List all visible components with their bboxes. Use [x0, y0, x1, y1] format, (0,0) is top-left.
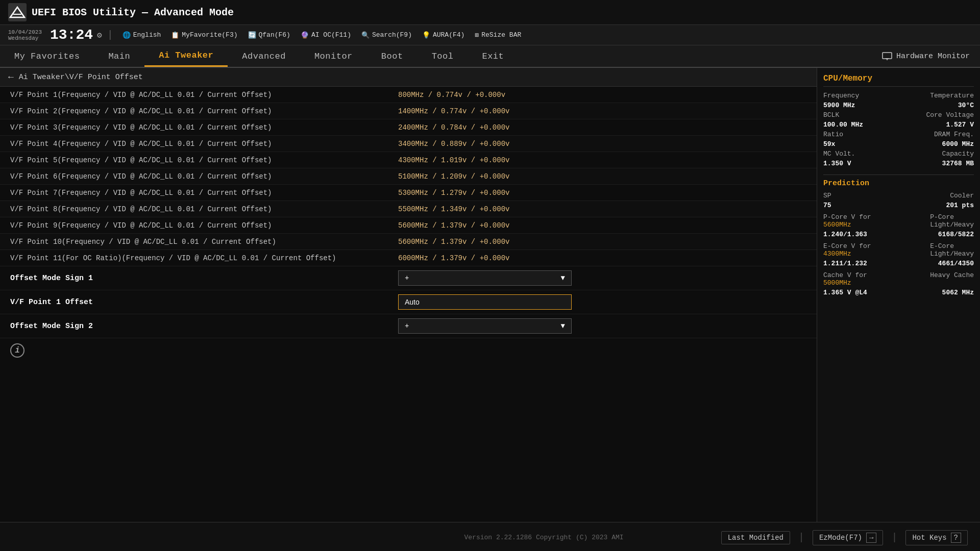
capacity-value: 32768 MB: [942, 160, 974, 167]
nav-item-tool[interactable]: Tool: [418, 46, 468, 66]
hotkeys-label: Hot Keys: [912, 534, 946, 542]
table-row[interactable]: V/F Point 4(Frequency / VID @ AC/DC_LL 0…: [0, 136, 817, 152]
offset-mode-sign2-label: Offset Mode Sign 2: [10, 322, 398, 331]
qfan-btn[interactable]: 🔄 Qfan(F6): [244, 30, 295, 41]
nav-item-aitweaker[interactable]: Ai Tweaker: [144, 45, 228, 67]
vf-point-8-label: V/F Point 8(Frequency / VID @ AC/DC_LL 0…: [10, 205, 398, 213]
offset-mode-sign2-val: +: [405, 322, 409, 330]
pcore-lh-value: 6168/5822: [938, 231, 974, 238]
last-modified-btn[interactable]: Last Modified: [721, 531, 790, 544]
frequency-label: Frequency: [823, 92, 859, 99]
aura-btn[interactable]: 💡 AURA(F4): [418, 30, 469, 41]
cache-v-freq: 5000MHz: [823, 279, 851, 287]
table-row[interactable]: V/F Point 11(For OC Ratio)(Frequency / V…: [0, 250, 817, 266]
footer: Version 2.22.1286 Copyright (C) 2023 AMI…: [0, 522, 980, 551]
cache-v-label: Cache V for 5000MHz: [823, 271, 867, 287]
cooler-label: Cooler: [950, 192, 974, 199]
table-row[interactable]: V/F Point 1(Frequency / VID @ AC/DC_LL 0…: [0, 87, 817, 103]
globe-icon: 🌐: [122, 31, 131, 39]
table-row[interactable]: V/F Point 2(Frequency / VID @ AC/DC_LL 0…: [0, 103, 817, 119]
nav-item-exit[interactable]: Exit: [468, 46, 518, 66]
nav-bar: My Favorites Main Ai Tweaker Advanced Mo…: [0, 45, 980, 68]
bclk-row: BCLK Core Voltage: [823, 111, 974, 119]
vf-point-11-label: V/F Point 11(For OC Ratio)(Frequency / V…: [10, 254, 398, 262]
cache-row: Cache V for 5000MHz Heavy Cache: [823, 271, 974, 287]
pcore-v-freq: 5600MHz: [823, 221, 851, 229]
capacity-label: Capacity: [942, 150, 974, 158]
vf-point-6-label: V/F Point 6(Frequency / VID @ AC/DC_LL 0…: [10, 172, 398, 181]
pcore-v-value: 1.240/1.363: [823, 231, 867, 238]
logo-area: UEFI BIOS Utility — Advanced Mode: [8, 3, 234, 21]
chevron-down-icon: ▼: [561, 274, 565, 282]
resizebar-btn[interactable]: ⊞ ReSize BAR: [471, 30, 525, 41]
ezmode-btn[interactable]: EzMode(F7) →: [813, 530, 883, 545]
footer-right: Last Modified | EzMode(F7) → | Hot Keys …: [721, 530, 968, 545]
table-row[interactable]: V/F Point 9(Frequency / VID @ AC/DC_LL 0…: [0, 217, 817, 234]
pcore-v-label: P-Core V for 5600MHz: [823, 213, 871, 229]
nav-item-boot[interactable]: Boot: [367, 46, 418, 66]
vf-point-5-value: 4300MHz / 1.019v / +0.000v: [398, 156, 806, 164]
sp-label: SP: [823, 192, 831, 199]
offset-mode-sign2-dropdown[interactable]: + ▼: [398, 318, 572, 334]
vf-point-2-label: V/F Point 2(Frequency / VID @ AC/DC_LL 0…: [10, 107, 398, 115]
ezmode-label: EzMode(F7): [819, 534, 862, 542]
table-row[interactable]: V/F Point 10(Frequency / VID @ AC/DC_LL …: [0, 234, 817, 250]
svg-rect-3: [883, 53, 892, 59]
nav-item-monitor[interactable]: Monitor: [300, 46, 367, 66]
ecore-v-freq: 4300MHz: [823, 250, 851, 258]
vf-point-3-value: 2400MHz / 0.784v / +0.000v: [398, 123, 806, 132]
mc-volt-value: 1.350 V: [823, 160, 851, 167]
bclk-label: BCLK: [823, 111, 839, 119]
table-row[interactable]: V/F Point 3(Frequency / VID @ AC/DC_LL 0…: [0, 119, 817, 136]
myfavorite-btn[interactable]: 📋 MyFavorite(F3): [167, 30, 241, 41]
vf-point-8-value: 5500MHz / 1.349v / +0.000v: [398, 205, 806, 213]
heavy-cache-label: Heavy Cache: [930, 271, 974, 287]
vf-point1-offset-control: [398, 294, 806, 310]
vf-point-4-label: V/F Point 4(Frequency / VID @ AC/DC_LL 0…: [10, 140, 398, 148]
hotkeys-question-icon: ?: [951, 533, 961, 543]
mcvolt-val-row: 1.350 V 32768 MB: [823, 160, 974, 167]
clock-display: 13:24: [50, 27, 93, 43]
cache-val-row: 1.365 V @L4 5062 MHz: [823, 289, 974, 296]
settings-icon[interactable]: ⚙: [97, 30, 102, 40]
offset-mode-sign2-row: Offset Mode Sign 2 + ▼: [0, 314, 817, 338]
vf-point-5-label: V/F Point 5(Frequency / VID @ AC/DC_LL 0…: [10, 156, 398, 164]
ecore-v-value: 1.211/1.232: [823, 260, 867, 267]
info-icon[interactable]: i: [10, 343, 24, 358]
offset-mode-sign1-dropdown[interactable]: + ▼: [398, 270, 572, 286]
search-btn[interactable]: 🔍 Search(F9): [357, 30, 416, 41]
english-btn[interactable]: 🌐 English: [118, 30, 165, 41]
svg-rect-0: [8, 3, 27, 21]
toolbar: 10/04/2023 Wednesday 13:24 ⚙ | 🌐 English…: [0, 25, 980, 45]
table-row[interactable]: V/F Point 8(Frequency / VID @ AC/DC_LL 0…: [0, 201, 817, 217]
aioc-btn[interactable]: 🔮 AI OC(F11): [297, 30, 355, 41]
sp-value: 75: [823, 202, 831, 209]
hotkeys-btn[interactable]: Hot Keys ?: [905, 530, 968, 545]
table-row[interactable]: V/F Point 7(Frequency / VID @ AC/DC_LL 0…: [0, 185, 817, 201]
sp-row: SP Cooler: [823, 192, 974, 199]
ecore-row: E-Core V for 4300MHz E-CoreLight/Heavy: [823, 242, 974, 258]
nav-item-advanced[interactable]: Advanced: [228, 46, 300, 66]
table-row[interactable]: V/F Point 6(Frequency / VID @ AC/DC_LL 0…: [0, 168, 817, 185]
temperature-label: Temperature: [930, 92, 974, 99]
datetime-block: 10/04/2023 Wednesday: [8, 29, 42, 41]
vf-point-9-value: 5600MHz / 1.379v / +0.000v: [398, 221, 806, 230]
back-arrow-icon[interactable]: ←: [8, 72, 14, 82]
ai-icon: 🔮: [301, 31, 309, 39]
vf-point-3-label: V/F Point 3(Frequency / VID @ AC/DC_LL 0…: [10, 123, 398, 132]
date-day: 10/04/2023 Wednesday: [8, 29, 42, 41]
table-row[interactable]: V/F Point 5(Frequency / VID @ AC/DC_LL 0…: [0, 152, 817, 168]
app-title: UEFI BIOS Utility — Advanced Mode: [32, 7, 234, 18]
frequency-val-row: 5900 MHz 30°C: [823, 102, 974, 109]
chevron-down-icon-2: ▼: [561, 322, 565, 330]
frequency-value: 5900 MHz: [823, 102, 855, 109]
core-voltage-value: 1.527 V: [946, 121, 974, 129]
vf-point1-offset-input[interactable]: [398, 294, 572, 310]
ecore-lh-value: 4661/4350: [938, 260, 974, 267]
ratio-value: 59x: [823, 140, 835, 148]
nav-item-main[interactable]: Main: [94, 46, 144, 66]
nav-item-favorites[interactable]: My Favorites: [0, 46, 94, 66]
toolbar-separator: |: [107, 29, 113, 41]
dram-freq-label: DRAM Freq.: [934, 131, 974, 138]
cache-v-value: 1.365 V @L4: [823, 289, 867, 296]
